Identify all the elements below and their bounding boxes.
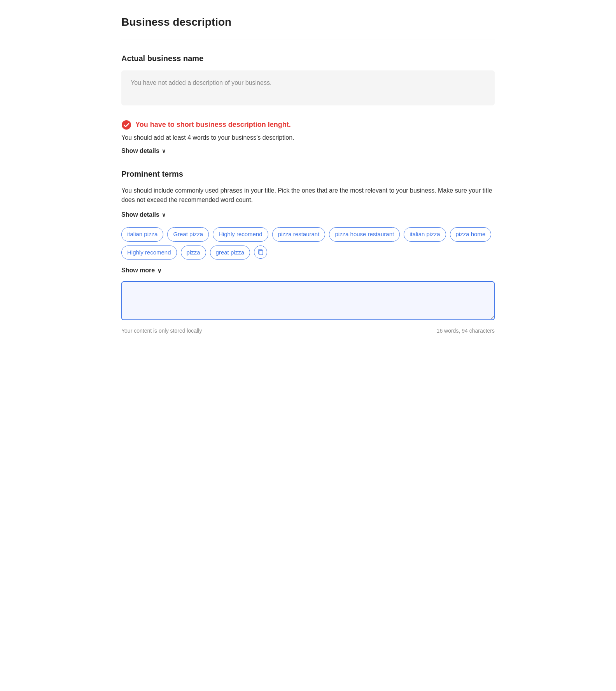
prominent-terms-title: Prominent terms (121, 168, 495, 180)
alert-title: You have to short business description l… (135, 119, 291, 130)
tag-item[interactable]: Highly recomend (121, 246, 177, 260)
prominent-show-details-button[interactable]: Show details ∨ (121, 211, 166, 218)
footer-left-text: Your content is only stored locally (121, 327, 202, 335)
alert-show-details-button[interactable]: Show details ∨ (121, 147, 166, 154)
alert-chevron-icon: ∨ (162, 148, 166, 154)
business-name-title: Actual business name (121, 53, 495, 64)
prominent-terms-section: Prominent terms You should include commo… (121, 168, 495, 219)
alert-section: You have to short business description l… (121, 119, 495, 156)
page-title: Business description (121, 14, 495, 30)
alert-body: You should add at least 4 words to your … (121, 133, 495, 142)
business-description-box: You have not added a description of your… (121, 70, 495, 105)
alert-check-icon (121, 120, 131, 130)
tag-item[interactable]: pizza restaurant (272, 227, 326, 242)
svg-rect-1 (259, 251, 263, 255)
tag-item[interactable]: great pizza (210, 246, 250, 260)
show-more-label: Show more (121, 267, 155, 274)
svg-point-0 (122, 120, 131, 130)
tag-item[interactable]: pizza (181, 246, 206, 260)
tag-item[interactable]: Great pizza (167, 227, 209, 242)
alert-show-details-label: Show details (121, 147, 159, 154)
prominent-show-details-label: Show details (121, 211, 159, 218)
show-more-chevron-icon: ∨ (157, 267, 162, 274)
tag-item[interactable]: italian pizza (404, 227, 446, 242)
prominent-chevron-icon: ∨ (162, 212, 166, 218)
alert-header: You have to short business description l… (121, 119, 495, 130)
business-name-section: Actual business name You have not added … (121, 53, 495, 105)
page-container: Business description Actual business nam… (106, 0, 510, 358)
textarea-footer: Your content is only stored locally 16 w… (121, 327, 495, 335)
prominent-terms-description: You should include commonly used phrases… (121, 186, 495, 205)
tag-item[interactable]: pizza house restaurant (329, 227, 400, 242)
show-more-button[interactable]: Show more ∨ (121, 267, 162, 274)
tag-item[interactable]: Highly recomend (213, 227, 268, 242)
footer-right-text: 16 words, 94 characters (437, 327, 495, 335)
tag-item[interactable]: italian pizza (121, 227, 163, 242)
copy-icon[interactable] (254, 246, 267, 259)
tags-container: italian pizzaGreat pizzaHighly recomendp… (121, 227, 495, 260)
section-divider (121, 40, 495, 40)
content-textarea[interactable] (121, 281, 495, 320)
tag-item[interactable]: pizza home (450, 227, 492, 242)
